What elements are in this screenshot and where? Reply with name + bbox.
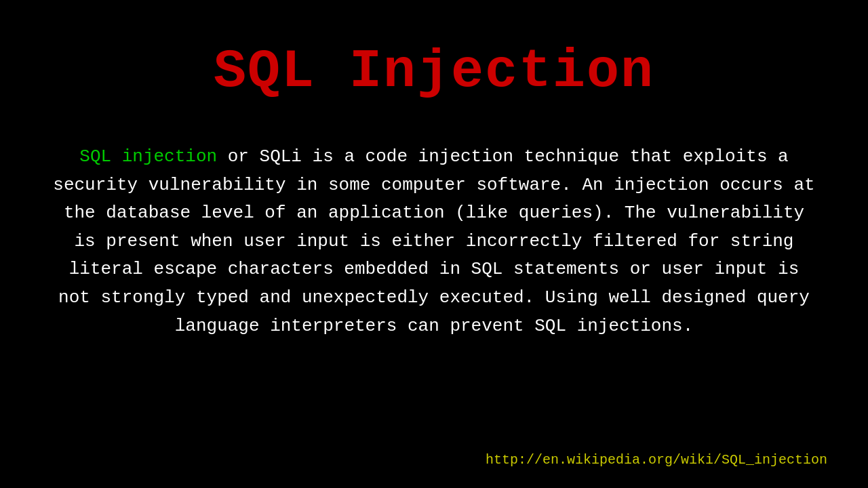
slide-title: SQL Injection	[214, 41, 654, 102]
main-body-text: is a code injection technique that explo…	[53, 146, 814, 336]
body-paragraph: SQL injection or SQLi is a code injectio…	[51, 143, 817, 340]
sql-injection-term: SQL injection	[79, 146, 217, 167]
footer-link: http://en.wikipedia.org/wiki/SQL_injecti…	[486, 452, 827, 468]
slide: SQL Injection SQL injection or SQLi is a…	[0, 0, 868, 488]
sqli-text: or SQLi	[217, 146, 302, 167]
